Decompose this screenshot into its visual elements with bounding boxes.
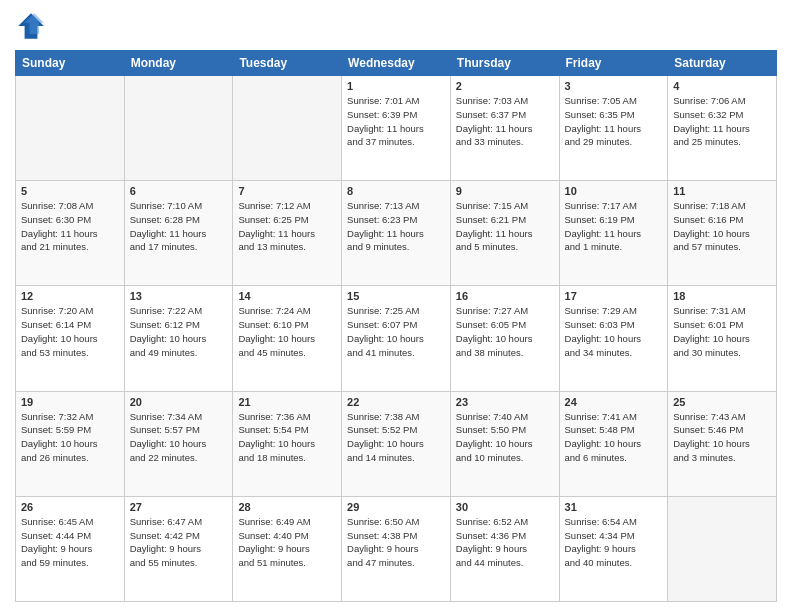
calendar-cell — [124, 76, 233, 181]
day-number: 17 — [565, 290, 663, 302]
calendar-cell: 14Sunrise: 7:24 AM Sunset: 6:10 PM Dayli… — [233, 286, 342, 391]
day-number: 25 — [673, 396, 771, 408]
day-number: 7 — [238, 185, 336, 197]
calendar-cell: 31Sunrise: 6:54 AM Sunset: 4:34 PM Dayli… — [559, 496, 668, 601]
day-number: 20 — [130, 396, 228, 408]
day-number: 11 — [673, 185, 771, 197]
calendar-cell: 19Sunrise: 7:32 AM Sunset: 5:59 PM Dayli… — [16, 391, 125, 496]
day-info: Sunrise: 7:05 AM Sunset: 6:35 PM Dayligh… — [565, 94, 663, 149]
calendar-cell: 8Sunrise: 7:13 AM Sunset: 6:23 PM Daylig… — [342, 181, 451, 286]
day-info: Sunrise: 6:54 AM Sunset: 4:34 PM Dayligh… — [565, 515, 663, 570]
day-number: 26 — [21, 501, 119, 513]
weekday-header: Wednesday — [342, 51, 451, 76]
calendar-cell: 2Sunrise: 7:03 AM Sunset: 6:37 PM Daylig… — [450, 76, 559, 181]
day-info: Sunrise: 6:50 AM Sunset: 4:38 PM Dayligh… — [347, 515, 445, 570]
day-info: Sunrise: 7:08 AM Sunset: 6:30 PM Dayligh… — [21, 199, 119, 254]
day-info: Sunrise: 7:15 AM Sunset: 6:21 PM Dayligh… — [456, 199, 554, 254]
calendar-cell — [233, 76, 342, 181]
day-number: 1 — [347, 80, 445, 92]
day-number: 9 — [456, 185, 554, 197]
calendar-cell: 10Sunrise: 7:17 AM Sunset: 6:19 PM Dayli… — [559, 181, 668, 286]
calendar-cell: 28Sunrise: 6:49 AM Sunset: 4:40 PM Dayli… — [233, 496, 342, 601]
day-info: Sunrise: 7:24 AM Sunset: 6:10 PM Dayligh… — [238, 304, 336, 359]
day-number: 18 — [673, 290, 771, 302]
day-number: 10 — [565, 185, 663, 197]
calendar-cell: 25Sunrise: 7:43 AM Sunset: 5:46 PM Dayli… — [668, 391, 777, 496]
day-info: Sunrise: 7:18 AM Sunset: 6:16 PM Dayligh… — [673, 199, 771, 254]
day-info: Sunrise: 7:06 AM Sunset: 6:32 PM Dayligh… — [673, 94, 771, 149]
calendar-cell — [16, 76, 125, 181]
day-info: Sunrise: 7:03 AM Sunset: 6:37 PM Dayligh… — [456, 94, 554, 149]
calendar-body: 1Sunrise: 7:01 AM Sunset: 6:39 PM Daylig… — [16, 76, 777, 602]
calendar-week-row: 5Sunrise: 7:08 AM Sunset: 6:30 PM Daylig… — [16, 181, 777, 286]
calendar-cell: 5Sunrise: 7:08 AM Sunset: 6:30 PM Daylig… — [16, 181, 125, 286]
day-info: Sunrise: 7:20 AM Sunset: 6:14 PM Dayligh… — [21, 304, 119, 359]
calendar-cell: 15Sunrise: 7:25 AM Sunset: 6:07 PM Dayli… — [342, 286, 451, 391]
calendar-cell: 4Sunrise: 7:06 AM Sunset: 6:32 PM Daylig… — [668, 76, 777, 181]
calendar-week-row: 1Sunrise: 7:01 AM Sunset: 6:39 PM Daylig… — [16, 76, 777, 181]
calendar-week-row: 26Sunrise: 6:45 AM Sunset: 4:44 PM Dayli… — [16, 496, 777, 601]
day-number: 13 — [130, 290, 228, 302]
calendar-cell: 26Sunrise: 6:45 AM Sunset: 4:44 PM Dayli… — [16, 496, 125, 601]
calendar-week-row: 12Sunrise: 7:20 AM Sunset: 6:14 PM Dayli… — [16, 286, 777, 391]
day-info: Sunrise: 7:01 AM Sunset: 6:39 PM Dayligh… — [347, 94, 445, 149]
day-number: 23 — [456, 396, 554, 408]
day-number: 19 — [21, 396, 119, 408]
calendar-cell: 3Sunrise: 7:05 AM Sunset: 6:35 PM Daylig… — [559, 76, 668, 181]
calendar: SundayMondayTuesdayWednesdayThursdayFrid… — [15, 50, 777, 602]
day-number: 22 — [347, 396, 445, 408]
calendar-header-row: SundayMondayTuesdayWednesdayThursdayFrid… — [16, 51, 777, 76]
calendar-cell: 7Sunrise: 7:12 AM Sunset: 6:25 PM Daylig… — [233, 181, 342, 286]
weekday-header: Monday — [124, 51, 233, 76]
day-info: Sunrise: 6:47 AM Sunset: 4:42 PM Dayligh… — [130, 515, 228, 570]
day-number: 21 — [238, 396, 336, 408]
calendar-cell: 24Sunrise: 7:41 AM Sunset: 5:48 PM Dayli… — [559, 391, 668, 496]
day-info: Sunrise: 7:13 AM Sunset: 6:23 PM Dayligh… — [347, 199, 445, 254]
weekday-header: Tuesday — [233, 51, 342, 76]
day-number: 27 — [130, 501, 228, 513]
day-info: Sunrise: 7:32 AM Sunset: 5:59 PM Dayligh… — [21, 410, 119, 465]
day-number: 5 — [21, 185, 119, 197]
calendar-cell: 1Sunrise: 7:01 AM Sunset: 6:39 PM Daylig… — [342, 76, 451, 181]
calendar-cell — [668, 496, 777, 601]
day-info: Sunrise: 7:27 AM Sunset: 6:05 PM Dayligh… — [456, 304, 554, 359]
logo-icon — [15, 10, 47, 42]
day-info: Sunrise: 6:45 AM Sunset: 4:44 PM Dayligh… — [21, 515, 119, 570]
day-number: 16 — [456, 290, 554, 302]
day-info: Sunrise: 7:25 AM Sunset: 6:07 PM Dayligh… — [347, 304, 445, 359]
day-info: Sunrise: 7:10 AM Sunset: 6:28 PM Dayligh… — [130, 199, 228, 254]
day-info: Sunrise: 7:17 AM Sunset: 6:19 PM Dayligh… — [565, 199, 663, 254]
day-info: Sunrise: 7:41 AM Sunset: 5:48 PM Dayligh… — [565, 410, 663, 465]
day-number: 8 — [347, 185, 445, 197]
logo — [15, 10, 51, 42]
day-info: Sunrise: 6:52 AM Sunset: 4:36 PM Dayligh… — [456, 515, 554, 570]
calendar-cell: 16Sunrise: 7:27 AM Sunset: 6:05 PM Dayli… — [450, 286, 559, 391]
calendar-cell: 27Sunrise: 6:47 AM Sunset: 4:42 PM Dayli… — [124, 496, 233, 601]
day-info: Sunrise: 6:49 AM Sunset: 4:40 PM Dayligh… — [238, 515, 336, 570]
day-number: 29 — [347, 501, 445, 513]
weekday-header: Saturday — [668, 51, 777, 76]
day-number: 6 — [130, 185, 228, 197]
day-info: Sunrise: 7:29 AM Sunset: 6:03 PM Dayligh… — [565, 304, 663, 359]
day-info: Sunrise: 7:34 AM Sunset: 5:57 PM Dayligh… — [130, 410, 228, 465]
calendar-cell: 29Sunrise: 6:50 AM Sunset: 4:38 PM Dayli… — [342, 496, 451, 601]
day-info: Sunrise: 7:12 AM Sunset: 6:25 PM Dayligh… — [238, 199, 336, 254]
page: SundayMondayTuesdayWednesdayThursdayFrid… — [0, 0, 792, 612]
day-info: Sunrise: 7:36 AM Sunset: 5:54 PM Dayligh… — [238, 410, 336, 465]
header — [15, 10, 777, 42]
day-info: Sunrise: 7:40 AM Sunset: 5:50 PM Dayligh… — [456, 410, 554, 465]
day-number: 12 — [21, 290, 119, 302]
day-number: 3 — [565, 80, 663, 92]
calendar-cell: 13Sunrise: 7:22 AM Sunset: 6:12 PM Dayli… — [124, 286, 233, 391]
day-info: Sunrise: 7:31 AM Sunset: 6:01 PM Dayligh… — [673, 304, 771, 359]
calendar-cell: 6Sunrise: 7:10 AM Sunset: 6:28 PM Daylig… — [124, 181, 233, 286]
calendar-cell: 23Sunrise: 7:40 AM Sunset: 5:50 PM Dayli… — [450, 391, 559, 496]
calendar-cell: 22Sunrise: 7:38 AM Sunset: 5:52 PM Dayli… — [342, 391, 451, 496]
day-number: 2 — [456, 80, 554, 92]
calendar-cell: 17Sunrise: 7:29 AM Sunset: 6:03 PM Dayli… — [559, 286, 668, 391]
weekday-header: Thursday — [450, 51, 559, 76]
day-number: 15 — [347, 290, 445, 302]
calendar-cell: 21Sunrise: 7:36 AM Sunset: 5:54 PM Dayli… — [233, 391, 342, 496]
day-info: Sunrise: 7:22 AM Sunset: 6:12 PM Dayligh… — [130, 304, 228, 359]
day-number: 14 — [238, 290, 336, 302]
